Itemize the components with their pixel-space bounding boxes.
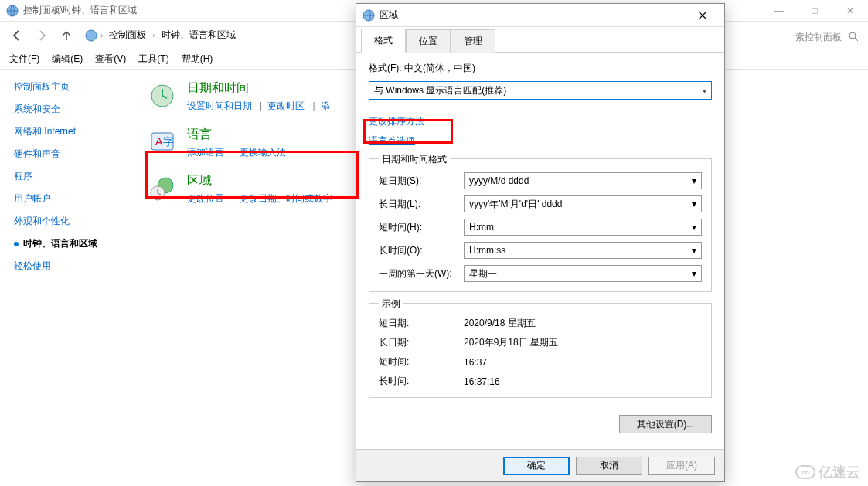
dialog-body: 格式(F): 中文(简体，中国) 与 Windows 显示语言匹配(推荐) ▾ … bbox=[356, 52, 724, 449]
globe-icon bbox=[6, 5, 19, 17]
sidebar-item-network[interactable]: 网络和 Internet bbox=[14, 125, 124, 138]
language-icon: A字 bbox=[147, 127, 178, 158]
apply-button[interactable]: 应用(A) bbox=[648, 457, 715, 475]
ex-short-time-label: 短时间: bbox=[379, 355, 464, 369]
menu-help[interactable]: 帮助(H) bbox=[182, 53, 213, 66]
chevron-down-icon: ▾ bbox=[692, 268, 696, 279]
category-title[interactable]: 日期和时间 bbox=[187, 80, 333, 97]
first-day-label: 一周的第一天(W): bbox=[379, 267, 464, 280]
sidebar: 控制面板主页 系统和安全 网络和 Internet 硬件和声音 程序 用户帐户 … bbox=[0, 70, 131, 486]
menu-tools[interactable]: 工具(T) bbox=[138, 53, 168, 66]
short-time-label: 短时间(H): bbox=[379, 221, 464, 234]
sidebar-item-appearance[interactable]: 外观和个性化 bbox=[14, 215, 124, 228]
ex-long-date-label: 长日期: bbox=[379, 336, 464, 349]
link-change-location[interactable]: 更改位置 bbox=[187, 193, 224, 204]
short-date-label: 短日期(S): bbox=[379, 175, 464, 188]
ex-long-date-value: 2020年9月18日 星期五 bbox=[464, 336, 558, 349]
svg-text:A: A bbox=[155, 135, 163, 148]
link-change-timezone[interactable]: 更改时区 bbox=[267, 100, 305, 111]
crumb-clock-language-region[interactable]: 时钟、语言和区域 bbox=[158, 27, 239, 43]
chevron-down-icon: ▾ bbox=[692, 245, 696, 256]
search-placeholder[interactable]: 索控制面板 bbox=[795, 31, 842, 44]
link-change-ime[interactable]: 更换输入法 bbox=[240, 147, 286, 158]
menu-view[interactable]: 查看(V) bbox=[95, 53, 126, 66]
long-time-combo[interactable]: H:mm:ss▾ bbox=[464, 242, 702, 259]
dialog-titlebar: 区域 bbox=[356, 4, 724, 27]
ex-short-time-value: 16:37 bbox=[464, 357, 487, 368]
watermark-text: 亿速云 bbox=[819, 463, 860, 481]
category-title[interactable]: 语言 bbox=[187, 127, 289, 143]
link-add-clock[interactable]: 添 bbox=[321, 100, 330, 111]
ex-long-time-label: 长时间: bbox=[379, 375, 464, 388]
svg-point-1 bbox=[86, 30, 97, 41]
sidebar-item-hardware[interactable]: 硬件和声音 bbox=[14, 148, 124, 161]
region-dialog: 区域 格式 位置 管理 格式(F): 中文(简体，中国) 与 Windows 显… bbox=[356, 3, 725, 482]
active-bullet-icon bbox=[14, 242, 19, 246]
format-label: 格式(F): 中文(简体，中国) bbox=[369, 62, 712, 75]
watermark-icon bbox=[795, 465, 815, 479]
chevron-down-icon: ▾ bbox=[703, 87, 706, 95]
region-icon bbox=[147, 173, 178, 204]
format-combo[interactable]: 与 Windows 显示语言匹配(推荐) ▾ bbox=[369, 81, 712, 100]
chevron-right-icon: › bbox=[100, 31, 103, 39]
sidebar-home[interactable]: 控制面板主页 bbox=[14, 80, 124, 93]
globe-icon bbox=[85, 29, 97, 42]
clock-icon bbox=[147, 80, 178, 111]
back-button[interactable] bbox=[6, 25, 28, 46]
group-title: 日期和时间格式 bbox=[379, 153, 450, 166]
minimize-button[interactable]: — bbox=[761, 0, 797, 22]
link-language-prefs[interactable]: 语言首选项 bbox=[369, 134, 712, 148]
long-date-label: 长日期(L): bbox=[379, 198, 464, 211]
tab-location[interactable]: 位置 bbox=[406, 29, 451, 53]
crumb-control-panel[interactable]: 控制面板 bbox=[106, 27, 149, 43]
sidebar-item-ease[interactable]: 轻松使用 bbox=[14, 260, 124, 273]
globe-icon bbox=[363, 9, 375, 22]
sidebar-item-programs[interactable]: 程序 bbox=[14, 170, 124, 183]
window-buttons: — □ ✕ bbox=[761, 0, 868, 22]
long-date-combo[interactable]: yyyy'年'M'月'd'日' dddd▾ bbox=[464, 195, 702, 212]
svg-point-2 bbox=[849, 32, 856, 39]
forward-button[interactable] bbox=[31, 25, 53, 46]
ex-short-date-label: 短日期: bbox=[379, 317, 464, 330]
sidebar-item-accounts[interactable]: 用户帐户 bbox=[14, 192, 124, 206]
dialog-tabs: 格式 位置 管理 bbox=[356, 27, 724, 52]
link-set-datetime[interactable]: 设置时间和日期 bbox=[187, 100, 252, 111]
link-change-sort[interactable]: 更改排序方法 bbox=[369, 115, 712, 128]
other-settings-button[interactable]: 其他设置(D)... bbox=[619, 415, 712, 433]
tab-format[interactable]: 格式 bbox=[361, 29, 406, 53]
svg-text:字: 字 bbox=[163, 135, 174, 148]
sidebar-item-clock-region[interactable]: 时钟、语言和区域 bbox=[23, 237, 97, 250]
link-add-language[interactable]: 添加语言 bbox=[187, 147, 224, 158]
menu-edit[interactable]: 编辑(E) bbox=[52, 53, 83, 66]
group-title: 示例 bbox=[379, 297, 403, 311]
search-icon[interactable] bbox=[848, 31, 859, 44]
link-change-formats[interactable]: 更改日期、时间或数字 bbox=[240, 193, 332, 204]
close-button[interactable]: ✕ bbox=[832, 0, 868, 22]
chevron-down-icon: ▾ bbox=[692, 199, 696, 209]
category-title[interactable]: 区域 bbox=[187, 173, 335, 189]
datetime-format-group: 日期和时间格式 短日期(S):yyyy/M/d dddd▾ 长日期(L):yyy… bbox=[369, 158, 712, 292]
chevron-down-icon: ▾ bbox=[692, 175, 696, 186]
ok-button[interactable]: 确定 bbox=[503, 457, 570, 475]
dialog-footer: 确定 取消 应用(A) bbox=[356, 449, 724, 481]
chevron-down-icon: ▾ bbox=[692, 222, 696, 233]
tab-admin[interactable]: 管理 bbox=[451, 29, 495, 53]
first-day-combo[interactable]: 星期一▾ bbox=[464, 265, 702, 282]
ex-long-time-value: 16:37:16 bbox=[464, 376, 500, 387]
short-date-combo[interactable]: yyyy/M/d dddd▾ bbox=[464, 172, 702, 189]
up-button[interactable] bbox=[56, 25, 77, 46]
long-time-label: 长时间(O): bbox=[379, 244, 464, 257]
ex-short-date-value: 2020/9/18 星期五 bbox=[464, 317, 536, 330]
sidebar-item-system[interactable]: 系统和安全 bbox=[14, 103, 124, 116]
chevron-right-icon: › bbox=[152, 31, 155, 39]
maximize-button[interactable]: □ bbox=[797, 0, 832, 22]
dialog-title: 区域 bbox=[380, 8, 398, 22]
dialog-close-button[interactable] bbox=[687, 5, 718, 26]
cancel-button[interactable]: 取消 bbox=[576, 457, 642, 475]
watermark: 亿速云 bbox=[795, 463, 860, 481]
example-group: 示例 短日期:2020/9/18 星期五 长日期:2020年9月18日 星期五 … bbox=[369, 303, 712, 398]
format-combo-value: 与 Windows 显示语言匹配(推荐) bbox=[374, 84, 506, 97]
menu-file[interactable]: 文件(F) bbox=[9, 53, 39, 66]
main-window-title: 控制面板\时钟、语言和区域 bbox=[23, 4, 137, 17]
short-time-combo[interactable]: H:mm▾ bbox=[464, 219, 702, 236]
